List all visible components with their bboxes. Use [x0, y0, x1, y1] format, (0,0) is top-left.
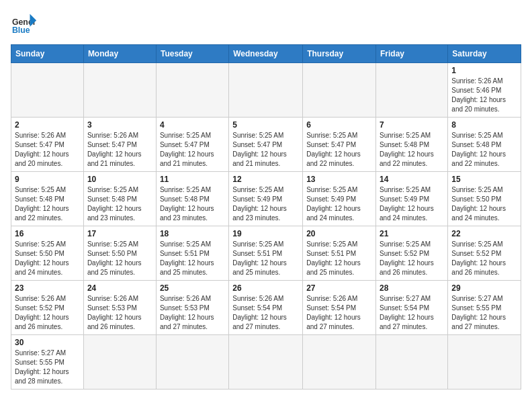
day-number: 11 [160, 175, 225, 184]
day-info: Sunrise: 5:25 AM Sunset: 5:50 PM Dayligh… [87, 240, 152, 277]
calendar-cell: 22Sunrise: 5:25 AM Sunset: 5:52 PM Dayli… [448, 226, 521, 281]
day-info: Sunrise: 5:25 AM Sunset: 5:49 PM Dayligh… [232, 185, 299, 223]
logo: General Blue [11, 11, 36, 36]
calendar-cell: 28Sunrise: 5:27 AM Sunset: 5:54 PM Dayli… [376, 281, 448, 335]
calendar-cell [156, 63, 228, 118]
day-of-week-wednesday: Wednesday [229, 45, 303, 63]
calendar-cell: 15Sunrise: 5:25 AM Sunset: 5:50 PM Dayli… [448, 172, 521, 226]
day-number: 3 [87, 120, 152, 130]
day-info: Sunrise: 5:25 AM Sunset: 5:48 PM Dayligh… [87, 185, 152, 223]
day-info: Sunrise: 5:25 AM Sunset: 5:51 PM Dayligh… [232, 240, 299, 277]
calendar-cell: 8Sunrise: 5:25 AM Sunset: 5:48 PM Daylig… [448, 118, 521, 172]
day-info: Sunrise: 5:27 AM Sunset: 5:54 PM Dayligh… [380, 294, 444, 332]
calendar-cell: 7Sunrise: 5:25 AM Sunset: 5:48 PM Daylig… [376, 118, 448, 172]
calendar-cell: 10Sunrise: 5:25 AM Sunset: 5:48 PM Dayli… [83, 172, 156, 226]
day-number: 29 [451, 283, 517, 293]
calendar-cell: 18Sunrise: 5:25 AM Sunset: 5:51 PM Dayli… [156, 226, 228, 281]
day-of-week-friday: Friday [376, 45, 448, 63]
day-info: Sunrise: 5:25 AM Sunset: 5:49 PM Dayligh… [306, 185, 372, 223]
calendar-cell: 24Sunrise: 5:26 AM Sunset: 5:53 PM Dayli… [83, 281, 156, 335]
day-number: 30 [15, 338, 80, 347]
day-info: Sunrise: 5:25 AM Sunset: 5:50 PM Dayligh… [451, 185, 517, 223]
calendar-cell: 16Sunrise: 5:25 AM Sunset: 5:50 PM Dayli… [11, 226, 84, 281]
day-info: Sunrise: 5:26 AM Sunset: 5:47 PM Dayligh… [87, 131, 152, 169]
day-number: 6 [306, 120, 372, 130]
day-info: Sunrise: 5:26 AM Sunset: 5:53 PM Dayligh… [87, 294, 152, 332]
day-number: 26 [232, 283, 299, 293]
day-number: 28 [380, 283, 444, 293]
day-info: Sunrise: 5:27 AM Sunset: 5:55 PM Dayligh… [15, 349, 80, 386]
day-number: 18 [160, 229, 225, 238]
calendar-cell: 5Sunrise: 5:25 AM Sunset: 5:47 PM Daylig… [229, 118, 303, 172]
logo-icon: General Blue [11, 11, 36, 36]
day-of-week-thursday: Thursday [303, 45, 376, 63]
calendar-week-6: 30Sunrise: 5:27 AM Sunset: 5:55 PM Dayli… [11, 335, 521, 390]
day-info: Sunrise: 5:26 AM Sunset: 5:54 PM Dayligh… [232, 294, 299, 332]
svg-text:Blue: Blue [12, 26, 30, 35]
calendar-cell: 26Sunrise: 5:26 AM Sunset: 5:54 PM Dayli… [229, 281, 303, 335]
day-of-week-sunday: Sunday [11, 45, 84, 63]
day-info: Sunrise: 5:25 AM Sunset: 5:48 PM Dayligh… [160, 185, 225, 223]
calendar-cell [229, 335, 303, 390]
day-info: Sunrise: 5:25 AM Sunset: 5:48 PM Dayligh… [451, 131, 517, 169]
day-number: 13 [306, 175, 372, 184]
calendar-cell: 12Sunrise: 5:25 AM Sunset: 5:49 PM Dayli… [229, 172, 303, 226]
day-info: Sunrise: 5:26 AM Sunset: 5:54 PM Dayligh… [306, 294, 372, 332]
day-info: Sunrise: 5:25 AM Sunset: 5:48 PM Dayligh… [380, 131, 444, 169]
day-info: Sunrise: 5:25 AM Sunset: 5:51 PM Dayligh… [160, 240, 225, 277]
day-info: Sunrise: 5:26 AM Sunset: 5:52 PM Dayligh… [15, 294, 80, 332]
calendar-cell: 14Sunrise: 5:25 AM Sunset: 5:49 PM Dayli… [376, 172, 448, 226]
day-number: 7 [380, 120, 444, 130]
day-number: 10 [87, 175, 152, 184]
day-number: 12 [232, 175, 299, 184]
page-header: General Blue [11, 11, 521, 36]
day-info: Sunrise: 5:25 AM Sunset: 5:52 PM Dayligh… [451, 240, 517, 277]
calendar-cell [83, 335, 156, 390]
calendar-cell: 17Sunrise: 5:25 AM Sunset: 5:50 PM Dayli… [83, 226, 156, 281]
calendar-cell: 11Sunrise: 5:25 AM Sunset: 5:48 PM Dayli… [156, 172, 228, 226]
day-number: 23 [15, 283, 80, 293]
day-number: 16 [15, 229, 80, 238]
calendar-cell [303, 63, 376, 118]
calendar-cell [156, 335, 228, 390]
calendar-table: SundayMondayTuesdayWednesdayThursdayFrid… [11, 44, 521, 390]
day-number: 5 [232, 120, 299, 130]
calendar-cell: 19Sunrise: 5:25 AM Sunset: 5:51 PM Dayli… [229, 226, 303, 281]
calendar-cell [11, 63, 84, 118]
calendar-cell [83, 63, 156, 118]
day-info: Sunrise: 5:25 AM Sunset: 5:47 PM Dayligh… [160, 131, 225, 169]
calendar-cell: 25Sunrise: 5:26 AM Sunset: 5:53 PM Dayli… [156, 281, 228, 335]
calendar-cell: 1Sunrise: 5:26 AM Sunset: 5:46 PM Daylig… [448, 63, 521, 118]
day-number: 22 [451, 229, 517, 238]
day-info: Sunrise: 5:27 AM Sunset: 5:55 PM Dayligh… [451, 294, 517, 332]
calendar-week-2: 2Sunrise: 5:26 AM Sunset: 5:47 PM Daylig… [11, 118, 521, 172]
calendar-cell [376, 335, 448, 390]
calendar-cell: 3Sunrise: 5:26 AM Sunset: 5:47 PM Daylig… [83, 118, 156, 172]
calendar-cell [303, 335, 376, 390]
day-info: Sunrise: 5:25 AM Sunset: 5:47 PM Dayligh… [232, 131, 299, 169]
calendar-cell [229, 63, 303, 118]
day-info: Sunrise: 5:25 AM Sunset: 5:51 PM Dayligh… [306, 240, 372, 277]
day-of-week-saturday: Saturday [448, 45, 521, 63]
day-number: 20 [306, 229, 372, 238]
day-info: Sunrise: 5:26 AM Sunset: 5:53 PM Dayligh… [160, 294, 225, 332]
calendar-cell: 6Sunrise: 5:25 AM Sunset: 5:47 PM Daylig… [303, 118, 376, 172]
calendar-week-1: 1Sunrise: 5:26 AM Sunset: 5:46 PM Daylig… [11, 63, 521, 118]
calendar-cell: 4Sunrise: 5:25 AM Sunset: 5:47 PM Daylig… [156, 118, 228, 172]
day-of-week-tuesday: Tuesday [156, 45, 228, 63]
day-number: 8 [451, 120, 517, 130]
day-info: Sunrise: 5:25 AM Sunset: 5:52 PM Dayligh… [380, 240, 444, 277]
day-number: 9 [15, 175, 80, 184]
day-number: 27 [306, 283, 372, 293]
day-number: 14 [380, 175, 444, 184]
calendar-cell: 30Sunrise: 5:27 AM Sunset: 5:55 PM Dayli… [11, 335, 84, 390]
day-info: Sunrise: 5:25 AM Sunset: 5:47 PM Dayligh… [306, 131, 372, 169]
calendar-cell: 9Sunrise: 5:25 AM Sunset: 5:48 PM Daylig… [11, 172, 84, 226]
day-info: Sunrise: 5:25 AM Sunset: 5:49 PM Dayligh… [380, 185, 444, 223]
day-info: Sunrise: 5:26 AM Sunset: 5:47 PM Dayligh… [15, 131, 80, 169]
day-number: 1 [451, 66, 517, 75]
day-info: Sunrise: 5:25 AM Sunset: 5:48 PM Dayligh… [15, 185, 80, 223]
day-info: Sunrise: 5:25 AM Sunset: 5:50 PM Dayligh… [15, 240, 80, 277]
day-number: 17 [87, 229, 152, 238]
calendar-cell: 21Sunrise: 5:25 AM Sunset: 5:52 PM Dayli… [376, 226, 448, 281]
